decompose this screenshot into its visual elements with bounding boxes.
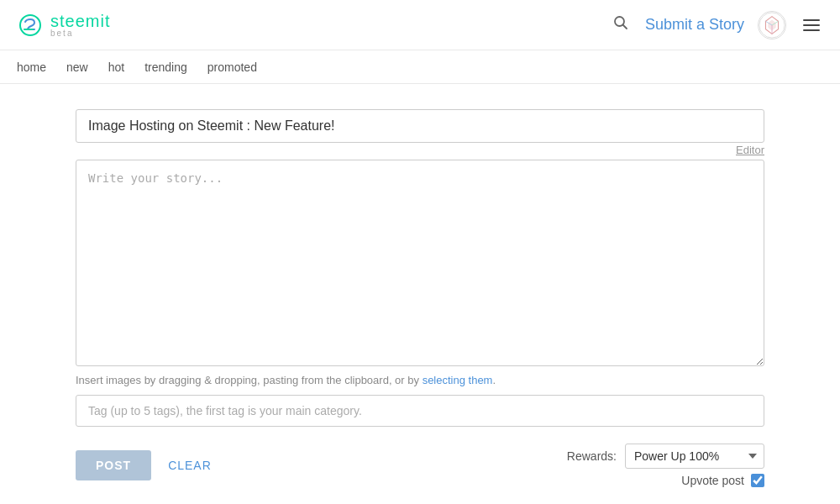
- post-button[interactable]: POST: [76, 450, 151, 480]
- image-note-suffix: .: [492, 374, 496, 386]
- logo-beta: beta: [50, 29, 110, 38]
- nav-item-trending[interactable]: trending: [144, 57, 187, 77]
- upvote-label: Upvote post: [681, 474, 744, 487]
- svg-line-1: [622, 25, 627, 29]
- nav-item-new[interactable]: new: [66, 57, 88, 77]
- menu-line-3: [803, 29, 820, 31]
- search-button[interactable]: [610, 12, 632, 38]
- bottom-row: POST CLEAR Rewards: Power Up 100% Defaul…: [76, 444, 764, 487]
- upvote-row: Upvote post: [681, 474, 764, 487]
- bottom-left: POST CLEAR: [76, 450, 212, 480]
- rewards-label: Rewards:: [567, 449, 617, 463]
- menu-line-1: [803, 19, 820, 21]
- image-note: Insert images by dragging & dropping, pa…: [76, 374, 764, 386]
- header: steemit beta Submit a Story: [0, 0, 840, 50]
- nav-item-home[interactable]: home: [17, 57, 46, 77]
- bottom-right: Rewards: Power Up 100% Default (50% / 50…: [567, 444, 764, 487]
- avatar-icon: [759, 11, 785, 39]
- rewards-select[interactable]: Power Up 100% Default (50% / 50%) Declin…: [625, 444, 764, 469]
- header-right: Submit a Story: [610, 11, 823, 39]
- main-nav: home new hot trending promoted: [0, 50, 840, 84]
- image-note-text: Insert images by dragging & dropping, pa…: [76, 374, 423, 386]
- editor-link[interactable]: Editor: [736, 144, 764, 156]
- clear-button[interactable]: CLEAR: [168, 459, 212, 472]
- tag-input[interactable]: [76, 395, 764, 427]
- rewards-row: Rewards: Power Up 100% Default (50% / 50…: [567, 444, 764, 469]
- selecting-them-link[interactable]: selecting them: [423, 374, 493, 386]
- story-textarea[interactable]: [76, 160, 764, 366]
- nav-item-promoted[interactable]: promoted: [207, 57, 257, 77]
- title-input[interactable]: [76, 109, 764, 143]
- main-content: Editor Insert images by dragging & dropp…: [59, 109, 781, 487]
- avatar[interactable]: [758, 11, 786, 39]
- submit-story-button[interactable]: Submit a Story: [645, 16, 744, 34]
- nav-item-hot[interactable]: hot: [108, 57, 124, 77]
- editor-link-row: Editor: [76, 143, 764, 156]
- upvote-checkbox[interactable]: [751, 474, 764, 487]
- header-left: steemit beta: [17, 12, 110, 39]
- logo-name: steemit: [50, 13, 110, 29]
- menu-line-2: [803, 24, 820, 26]
- steemit-logo-icon: [17, 12, 44, 39]
- search-icon: [613, 15, 628, 30]
- menu-button[interactable]: [800, 16, 823, 34]
- logo-text: steemit beta: [50, 13, 110, 38]
